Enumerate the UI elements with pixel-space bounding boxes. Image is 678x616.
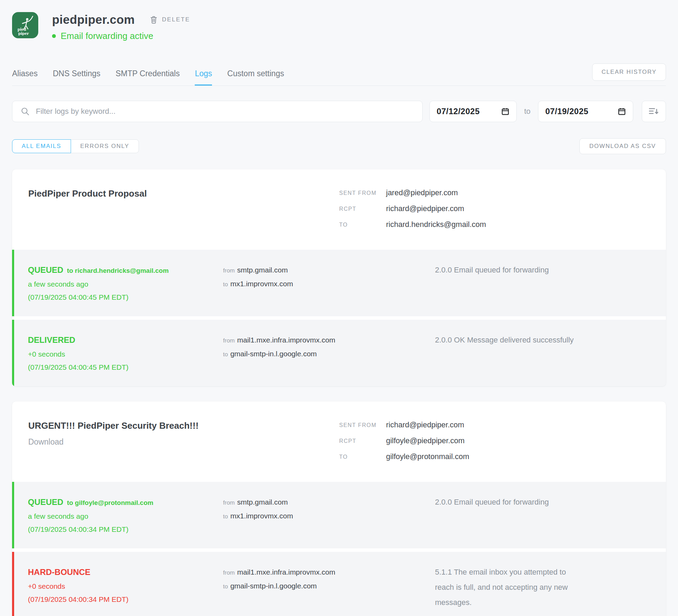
domain-header: pied piper piedpiper.com DELETE Email fo…: [12, 0, 666, 41]
field-value: richard@piedpiper.com: [386, 420, 464, 429]
piper-figure-icon: pied piper: [15, 15, 36, 36]
status-badge: QUEUED: [28, 497, 63, 507]
calendar-icon[interactable]: [618, 107, 626, 116]
from-label: from: [223, 337, 235, 344]
from-host: mail1.mxe.infra.improvmx.com: [237, 568, 335, 576]
from-host: smtp.gmail.com: [237, 266, 288, 274]
to-label: to: [223, 351, 228, 358]
errors-only-toggle[interactable]: ERRORS ONLY: [71, 139, 139, 153]
date-to-input[interactable]: 07/19/2025: [538, 101, 633, 122]
download-csv-button[interactable]: DOWNLOAD AS CSV: [579, 138, 666, 154]
tab-logs[interactable]: Logs: [195, 69, 212, 86]
field-label: RCPT: [339, 436, 386, 445]
field-to: TO gilfoyle@protonmail.com: [339, 452, 659, 461]
field-value: jared@piedpiper.com: [386, 188, 458, 197]
field-value: gilfoyle@protonmail.com: [386, 452, 469, 461]
field-value: richard@piedpiper.com: [386, 204, 464, 213]
date-from-value: 07/12/2025: [437, 107, 480, 116]
delete-label: DELETE: [162, 16, 190, 23]
email-fields: SENT FROM richard@piedpiper.com RCPT gil…: [339, 420, 666, 468]
status-detail: to gilfoyle@protonmail.com: [67, 499, 153, 506]
smtp-message: 5.1.1 The email inbox you attempted to r…: [426, 565, 666, 610]
relative-time: a few seconds ago: [28, 278, 223, 291]
status-text: Email forwarding active: [61, 31, 153, 41]
log-card: PiedPiper Product Proposal SENT FROM jar…: [12, 169, 666, 386]
from-label: from: [223, 499, 235, 506]
to-host: gmail-smtp-in.l.google.com: [230, 582, 317, 590]
log-card: URGENT!!! PiedPiper Security Breach!!! D…: [12, 401, 666, 616]
event-hosts-column: frommail1.mxe.infra.improvmx.com togmail…: [223, 334, 426, 374]
relative-time: a few seconds ago: [28, 510, 223, 523]
all-emails-toggle[interactable]: ALL EMAILS: [12, 139, 71, 153]
log-event-row: DELIVERED +0 seconds (07/19/2025 04:00:4…: [12, 320, 666, 386]
tab-custom-settings[interactable]: Custom settings: [227, 69, 284, 86]
from-host: smtp.gmail.com: [237, 498, 288, 506]
email-subject: URGENT!!! PiedPiper Security Breach!!!: [28, 420, 199, 431]
event-status-column: DELIVERED +0 seconds (07/19/2025 04:00:4…: [14, 334, 223, 374]
status-badge: DELIVERED: [28, 335, 75, 345]
filter-row: 07/12/2025 to 07/19/2025: [12, 101, 666, 122]
field-rcpt: RCPT richard@piedpiper.com: [339, 204, 659, 213]
delete-domain-button[interactable]: DELETE: [150, 16, 190, 24]
status-badge: HARD-BOUNCE: [28, 567, 90, 577]
search-box: [12, 101, 423, 122]
tabs-bar: Aliases DNS Settings SMTP Credentials Lo…: [12, 63, 666, 86]
email-subject: PiedPiper Product Proposal: [28, 188, 147, 199]
field-value: richard.hendricks@gmail.com: [386, 220, 486, 229]
to-label: to: [223, 281, 228, 288]
search-icon: [21, 107, 30, 116]
event-hosts-column: frommail1.mxe.infra.improvmx.com togmail…: [223, 566, 426, 610]
calendar-icon[interactable]: [501, 107, 509, 116]
to-label: to: [223, 583, 228, 590]
status-detail: to richard.hendricks@gmail.com: [67, 267, 169, 274]
clear-history-button[interactable]: CLEAR HISTORY: [592, 63, 666, 81]
field-label: TO: [339, 452, 386, 461]
event-hosts-column: fromsmtp.gmail.com tomx1.improvmx.com: [223, 264, 426, 304]
field-to: TO richard.hendricks@gmail.com: [339, 220, 659, 229]
field-value: gilfoyle@piedpiper.com: [386, 436, 465, 445]
tab-smtp-credentials[interactable]: SMTP Credentials: [115, 69, 180, 86]
to-label: to: [223, 513, 228, 520]
tab-dns-settings[interactable]: DNS Settings: [53, 69, 100, 86]
date-from-input[interactable]: 07/12/2025: [429, 101, 517, 122]
field-rcpt: RCPT gilfoyle@piedpiper.com: [339, 436, 659, 445]
log-event-row: QUEUED to gilfoyle@protonmail.com a few …: [12, 482, 666, 548]
field-sent-from: SENT FROM jared@piedpiper.com: [339, 188, 659, 197]
smtp-message: 2.0.0 OK Message delivered successfully: [426, 332, 666, 374]
timestamp: (07/19/2025 04:00:45 PM EDT): [28, 291, 223, 304]
field-label: SENT FROM: [339, 188, 386, 197]
smtp-message: 2.0.0 Email queued for forwarding: [426, 262, 666, 304]
tab-aliases[interactable]: Aliases: [12, 69, 38, 86]
date-range-separator: to: [524, 107, 530, 116]
sort-order-button[interactable]: [642, 101, 666, 122]
smtp-message: 2.0.0 Email queued for forwarding: [426, 495, 666, 536]
search-input[interactable]: [36, 107, 414, 116]
date-to-value: 07/19/2025: [545, 107, 588, 116]
sort-descending-icon: [648, 107, 659, 116]
field-label: RCPT: [339, 204, 386, 213]
relative-time: +0 seconds: [28, 580, 223, 593]
to-host: gmail-smtp-in.l.google.com: [230, 350, 317, 358]
download-attachment-link[interactable]: Download: [28, 437, 63, 447]
status-badge: QUEUED: [28, 265, 63, 275]
list-controls: ALL EMAILS ERRORS ONLY DOWNLOAD AS CSV: [12, 138, 666, 154]
card-header: PiedPiper Product Proposal SENT FROM jar…: [12, 169, 666, 250]
page-title: piedpiper.com: [52, 13, 135, 27]
piedpiper-logo: pied piper: [12, 12, 38, 38]
timestamp: (07/19/2025 04:00:45 PM EDT): [28, 361, 223, 374]
from-label: from: [223, 267, 235, 274]
relative-time: +0 seconds: [28, 348, 223, 361]
from-label: from: [223, 569, 235, 576]
event-status-column: QUEUED to gilfoyle@protonmail.com a few …: [14, 496, 223, 536]
logo-text-line2: piper: [18, 31, 29, 36]
event-status-column: HARD-BOUNCE +0 seconds (07/19/2025 04:00…: [14, 566, 223, 610]
timestamp: (07/19/2025 04:00:34 PM EDT): [28, 593, 223, 606]
event-status-column: QUEUED to richard.hendricks@gmail.com a …: [14, 264, 223, 304]
status-dot-icon: [52, 34, 56, 38]
header-info: piedpiper.com DELETE Email forwarding ac…: [52, 12, 190, 41]
field-label: TO: [339, 220, 386, 229]
forwarding-status: Email forwarding active: [52, 31, 190, 41]
timestamp: (07/19/2025 04:00:34 PM EDT): [28, 523, 223, 536]
field-label: SENT FROM: [339, 420, 386, 429]
event-hosts-column: fromsmtp.gmail.com tomx1.improvmx.com: [223, 496, 426, 536]
